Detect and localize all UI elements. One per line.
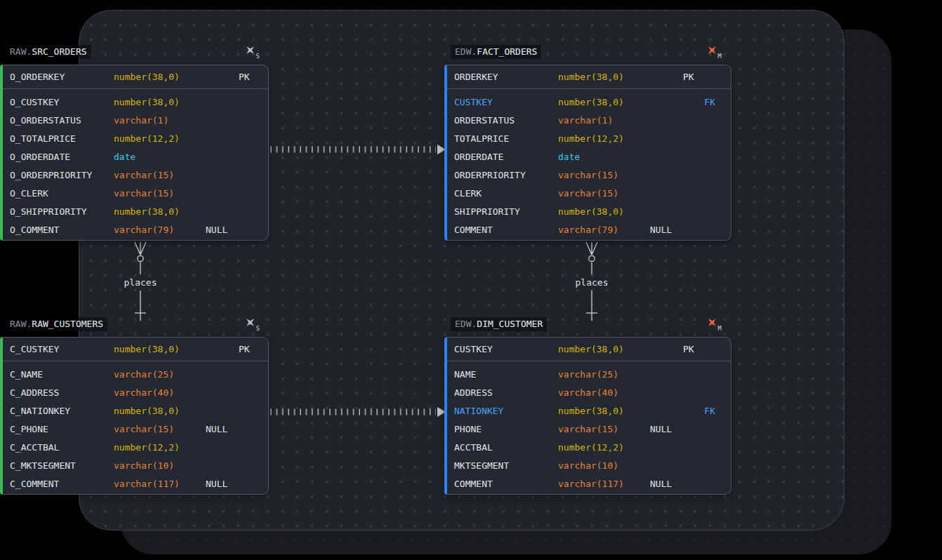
column-key: FK xyxy=(683,406,731,416)
table-row[interactable]: C_MKTSEGMENT varchar(10) xyxy=(3,456,268,474)
table-title-raw-customers[interactable]: RAW.RAW_CUSTOMERS xyxy=(6,317,107,331)
schema-prefix: RAW. xyxy=(10,319,32,329)
flow-arrow-orders[interactable] xyxy=(269,142,447,157)
column-type: number(38,0) xyxy=(114,406,206,416)
table-header-row[interactable]: O_ORDERKEY number(38,0) PK xyxy=(3,65,268,89)
column-name: ADDRESS xyxy=(454,387,558,398)
column-name: NATIONKEY xyxy=(454,406,558,416)
table-name: FACT_ORDERS xyxy=(477,46,537,57)
table-edw-fact-orders[interactable]: ORDERKEY number(38,0) PK CUSTKEY number(… xyxy=(444,65,731,241)
table-row[interactable]: ACCTBAL number(12,2) xyxy=(447,438,731,456)
table-title-dim-customer[interactable]: EDW.DIM_CUSTOMER xyxy=(451,317,547,331)
column-type: varchar(40) xyxy=(114,387,206,398)
table-body: O_CUSTKEY number(38,0) O_ORDERSTATUS var… xyxy=(3,89,268,241)
column-name: C_MKTSEGMENT xyxy=(10,460,114,471)
column-name: TOTALPRICE xyxy=(454,133,558,144)
column-name: O_SHIPPRIORITY xyxy=(10,206,114,217)
badge-letter: M xyxy=(718,53,722,60)
table-header-row[interactable]: ORDERKEY number(38,0) PK xyxy=(447,65,731,89)
flow-arrow-customers[interactable] xyxy=(269,404,447,420)
pk-label: PK xyxy=(683,344,694,354)
column-type: varchar(79) xyxy=(558,225,650,235)
table-row[interactable]: CUSTKEY number(38,0) FK xyxy=(447,93,731,111)
table-row[interactable]: NATIONKEY number(38,0) FK xyxy=(447,401,731,420)
relationship-label: places xyxy=(114,277,166,288)
column-type: varchar(15) xyxy=(558,424,650,434)
column-name: C_NATIONKEY xyxy=(10,406,114,416)
column-type: number(38,0) xyxy=(114,344,206,354)
column-type: number(38,0) xyxy=(114,97,206,107)
pk-label: PK xyxy=(683,72,694,82)
column-name: MKTSEGMENT xyxy=(454,460,558,471)
table-row[interactable]: C_ACCTBAL number(12,2) xyxy=(3,438,268,456)
column-name: C_NAME xyxy=(10,369,114,380)
column-nullable: NULL xyxy=(650,479,683,489)
table-row[interactable]: C_NAME varchar(25) xyxy=(3,365,268,383)
er-diagram-canvas: RAW.SRC_ORDERS S O_ORDERKEY number(38,0)… xyxy=(0,0,942,560)
table-title-fact-orders[interactable]: EDW.FACT_ORDERS xyxy=(451,45,541,58)
table-row[interactable]: O_TOTALPRICE number(12,2) xyxy=(3,129,268,147)
table-row[interactable]: O_COMMENT varchar(79) NULL xyxy=(3,220,268,239)
table-raw-raw-customers[interactable]: C_CUSTKEY number(38,0) PK C_NAME varchar… xyxy=(0,337,269,495)
table-row[interactable]: SHIPPRIORITY number(38,0) xyxy=(447,202,731,220)
column-name: C_PHONE xyxy=(10,424,114,434)
column-type: varchar(79) xyxy=(114,225,206,235)
table-row[interactable]: COMMENT varchar(79) NULL xyxy=(447,220,731,239)
column-name: O_ORDERSTATUS xyxy=(10,115,114,126)
table-row[interactable]: O_ORDERDATE date xyxy=(3,147,268,166)
table-row[interactable]: ORDERDATE date xyxy=(447,147,731,166)
relationship-label: places xyxy=(566,277,618,288)
table-row[interactable]: C_NATIONKEY number(38,0) xyxy=(3,401,268,420)
table-edw-dim-customer[interactable]: CUSTKEY number(38,0) PK NAME varchar(25)… xyxy=(444,337,731,495)
dbt-model-badge-icon: M xyxy=(707,316,722,331)
badge-letter: M xyxy=(718,325,722,332)
column-name: O_ORDERDATE xyxy=(10,152,114,162)
table-title-src-orders[interactable]: RAW.SRC_ORDERS xyxy=(6,45,91,58)
table-row[interactable]: MKTSEGMENT varchar(10) xyxy=(447,456,731,474)
column-type: number(38,0) xyxy=(558,406,650,416)
table-row[interactable]: C_PHONE varchar(15) NULL xyxy=(3,420,268,438)
table-row[interactable]: O_ORDERPRIORITY varchar(15) xyxy=(3,166,268,184)
dbt-source-badge-icon: S xyxy=(245,44,260,58)
table-name: RAW_CUSTOMERS xyxy=(32,319,103,329)
column-type: varchar(40) xyxy=(558,387,650,398)
column-name: O_ORDERPRIORITY xyxy=(10,170,114,180)
column-name: O_CLERK xyxy=(10,188,114,199)
table-body: C_NAME varchar(25) C_ADDRESS varchar(40)… xyxy=(3,361,268,495)
table-header-row[interactable]: CUSTKEY number(38,0) PK xyxy=(447,338,731,361)
table-row[interactable]: O_CUSTKEY number(38,0) xyxy=(3,93,268,111)
column-type: varchar(1) xyxy=(558,115,650,126)
pk-label: PK xyxy=(239,72,250,82)
table-row[interactable]: ORDERSTATUS varchar(1) xyxy=(447,111,731,129)
column-name: C_CUSTKEY xyxy=(10,344,114,354)
column-name: C_COMMENT xyxy=(10,479,114,489)
column-name: CUSTKEY xyxy=(454,97,558,107)
column-nullable: NULL xyxy=(206,479,239,489)
table-row[interactable]: C_COMMENT varchar(117) NULL xyxy=(3,474,268,493)
table-row[interactable]: C_ADDRESS varchar(40) xyxy=(3,383,268,401)
fk-label: FK xyxy=(704,97,715,107)
column-name: COMMENT xyxy=(454,225,558,235)
table-name: DIM_CUSTOMER xyxy=(477,319,543,329)
column-name: ORDERDATE xyxy=(454,152,558,162)
column-name: O_ORDERKEY xyxy=(10,72,114,82)
column-name: O_COMMENT xyxy=(10,225,114,235)
table-row[interactable]: PHONE varchar(15) NULL xyxy=(447,420,731,438)
column-name: SHIPPRIORITY xyxy=(454,206,558,217)
table-row[interactable]: O_ORDERSTATUS varchar(1) xyxy=(3,111,268,129)
table-header-row[interactable]: C_CUSTKEY number(38,0) PK xyxy=(3,338,268,361)
fk-label: FK xyxy=(704,406,715,416)
table-row[interactable]: ORDERPRIORITY varchar(15) xyxy=(447,166,731,184)
column-type: number(12,2) xyxy=(558,442,650,453)
table-row[interactable]: ADDRESS varchar(40) xyxy=(447,383,731,401)
table-row[interactable]: O_CLERK varchar(15) xyxy=(3,184,268,202)
table-row[interactable]: O_SHIPPRIORITY number(38,0) xyxy=(3,202,268,220)
table-row[interactable]: TOTALPRICE number(12,2) xyxy=(447,129,731,147)
column-type: number(38,0) xyxy=(558,72,650,82)
table-row[interactable]: COMMENT varchar(117) NULL xyxy=(447,474,731,493)
column-type: varchar(117) xyxy=(114,479,206,489)
table-body: NAME varchar(25) ADDRESS varchar(40) NAT… xyxy=(447,361,731,495)
table-row[interactable]: NAME varchar(25) xyxy=(447,365,731,383)
table-row[interactable]: CLERK varchar(15) xyxy=(447,184,731,202)
table-raw-src-orders[interactable]: O_ORDERKEY number(38,0) PK O_CUSTKEY num… xyxy=(0,65,269,241)
